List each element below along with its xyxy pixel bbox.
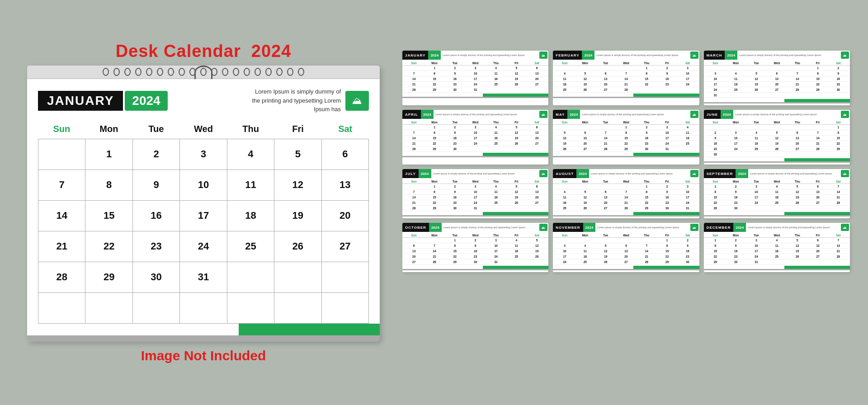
sm-cell: 8 [424,130,444,136]
sm-day-header: Sat [527,233,547,237]
sm-cell: 6 [616,243,636,249]
sm-footer-gray [402,97,548,98]
sm-cell: 5 [506,66,527,71]
sm-day-header: Wed [767,233,787,237]
sm-cell: 23 [726,254,746,259]
sm-cell: 4 [486,184,506,189]
sm-image-icon: ⛰ [841,170,849,177]
sm-cell: 5 [787,238,807,243]
day-header-thu: Thu [227,121,274,137]
sm-cell: 8 [424,189,444,195]
calendar-cell: 8 [85,170,132,201]
small-calendar-october: OCTOBER2024Lorem ipsum is simply dummy o… [402,223,548,272]
sm-cell: 23 [705,146,726,152]
sm-day-header: Mon [575,61,595,65]
sm-cell: 28 [828,200,849,206]
sm-day-header: Tue [445,179,465,184]
sm-cell: 14 [404,136,424,141]
sm-cell [807,206,828,211]
spiral-dot [287,68,293,76]
sm-lorem: Lorem ipsum is simply dummy of the print… [441,51,538,60]
sm-cell: 11 [506,243,527,249]
sm-cell: 9 [465,243,486,249]
sm-cell: 24 [486,254,506,259]
sm-day-header: Wed [767,61,787,65]
calendar-cell: 16 [133,201,180,231]
sm-day-header: Sun [404,179,424,184]
sm-cell: 22 [705,200,726,206]
sm-cell: 11 [486,189,506,195]
sm-cell [828,93,849,98]
calendar-cell [38,293,85,324]
sm-day-header: Thu [787,233,807,237]
calendar-cell: 12 [274,170,321,201]
sm-cell: 1 [445,238,465,243]
sm-cell: 14 [828,189,849,195]
sm-cell: 10 [465,71,486,76]
sm-cell: 20 [527,136,547,141]
sm-day-header: Thu [637,233,657,237]
sm-cell: 24 [746,200,766,206]
sm-cell: 19 [575,200,595,206]
small-calendar-august: AUGUST2024Lorem ipsum is simply dummy of… [553,169,699,218]
sm-cell: 27 [767,87,787,93]
sm-cell: 11 [554,195,575,200]
sm-day-header: Sat [527,61,547,65]
sm-cell: 23 [657,200,677,206]
sm-month-label: MARCH [704,51,725,60]
sm-cell [746,206,766,211]
sm-cell: 22 [705,254,726,259]
sm-cell: 27 [527,200,547,206]
sm-month-label: NOVEMBER [553,223,583,232]
sm-cell: 13 [787,136,807,141]
sm-cell: 18 [726,82,746,87]
sm-month-label: MAY [553,110,567,119]
calendar-cell [322,262,369,293]
sm-cell [404,125,424,130]
sm-cell: 2 [677,238,698,243]
small-cal-header: JANUARY2024Lorem ipsum is simply dummy o… [402,51,548,60]
sm-cell: 15 [828,136,849,141]
sm-cell: 9 [445,71,465,76]
sm-footer [553,266,699,270]
sm-cell: 30 [637,146,657,152]
sm-lorem: Lorem ipsum is simply dummy of the print… [434,110,539,119]
sm-cell: 23 [637,141,657,146]
small-cal-header: MAY2024Lorem ipsum is simply dummy of th… [553,110,699,119]
spiral-dot [103,68,109,76]
sm-days-header: SunMonTueWedThuFriSat [553,233,699,237]
sm-day-header: Thu [486,233,506,237]
sm-cell: 8 [445,243,465,249]
sm-cell: 17 [705,82,726,87]
sm-cell: 10 [746,243,766,249]
sm-image-icon: ⛰ [690,52,698,59]
sm-cell: 30 [726,206,746,211]
sm-cell: 30 [705,152,726,157]
sm-day-header: Sat [828,120,849,124]
sm-cell: 26 [575,87,595,93]
sm-cell: 4 [554,71,575,76]
sm-lorem: Lorem ipsum is simply dummy of the print… [594,51,689,60]
sm-cell: 20 [807,195,828,200]
sm-cell: 16 [465,249,486,254]
sm-cell: 30 [465,259,486,265]
calendar-cell: 20 [322,201,369,231]
sm-cell: 15 [424,136,444,141]
sm-cell: 18 [677,136,698,141]
calendar-cell [322,293,369,324]
sm-day-header: Fri [657,179,677,184]
sm-cell: 25 [726,87,746,93]
sm-day-header: Tue [595,179,616,184]
sm-cell: 22 [424,141,444,146]
sm-cell: 11 [486,71,506,76]
sm-cell: 13 [404,249,424,254]
sm-cell: 14 [807,136,828,141]
sm-cell: 6 [787,130,807,136]
sm-cell: 26 [506,141,527,146]
sm-cell: 22 [828,141,849,146]
sm-cell: 28 [637,259,657,265]
sm-cell [767,93,787,98]
calendar-cell: 19 [274,201,321,231]
sm-cell: 25 [746,146,766,152]
sm-calendar-grid: 1234567891011121314151617181920212223242… [553,237,699,265]
